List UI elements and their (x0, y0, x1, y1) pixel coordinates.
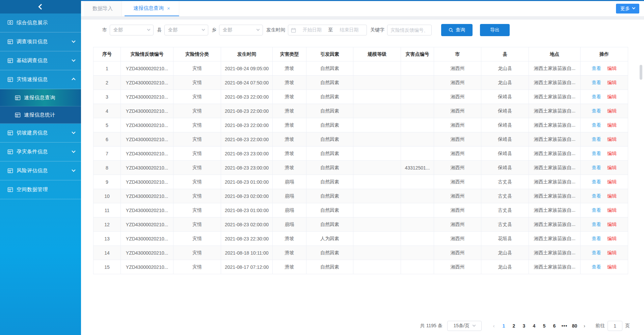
edit-link[interactable]: 编辑 (607, 136, 617, 142)
more-button[interactable]: 更多 (616, 4, 639, 14)
cell-county: 古丈县 (481, 217, 529, 232)
cell-scale (353, 260, 401, 274)
edit-link[interactable]: 编辑 (607, 94, 617, 99)
table-row: 6YZD43000020210...灾情2021-08-23 22:00:00滑… (93, 132, 628, 147)
sidebar-item-survey-project-info[interactable]: 调查项目信息 (0, 32, 81, 51)
page-number-6[interactable]: 6 (549, 323, 559, 329)
cell-actions: 查看编辑 (581, 76, 628, 90)
cell-index: 11 (93, 203, 121, 217)
view-link[interactable]: 查看 (592, 108, 601, 113)
tab-report-info-query[interactable]: 速报信息查询× (125, 1, 179, 16)
edit-link[interactable]: 编辑 (607, 165, 617, 170)
edit-link[interactable]: 编辑 (607, 264, 617, 269)
view-link[interactable]: 查看 (592, 80, 601, 85)
edit-link[interactable]: 编辑 (607, 236, 617, 241)
edit-link[interactable]: 编辑 (607, 108, 617, 113)
cell-city: 湘西州 (434, 260, 481, 274)
edit-link[interactable]: 编辑 (607, 193, 617, 199)
view-link[interactable]: 查看 (592, 94, 601, 99)
tab-data-import[interactable]: 数据导入 (84, 1, 122, 16)
cell-scale (353, 90, 401, 104)
view-link[interactable]: 查看 (592, 207, 601, 213)
edit-link[interactable]: 编辑 (607, 66, 617, 71)
cell-point (401, 246, 434, 260)
view-link[interactable]: 查看 (592, 264, 601, 269)
cell-id: YZD43000020210... (121, 161, 173, 175)
view-link[interactable]: 查看 (592, 193, 601, 199)
sidebar-item-comprehensive-info-display[interactable]: 综合信息展示 (0, 14, 81, 32)
cell-time: 2021-08-23 23:00:00 (221, 147, 273, 161)
city-select[interactable]: 全部 (110, 25, 154, 35)
sidebar-collapse-button[interactable] (0, 0, 81, 14)
page-size-select[interactable]: 15条/页 (447, 321, 482, 331)
end-date-placeholder[interactable]: 结束日期 (334, 27, 364, 33)
sidebar-item-hazard-condition-info[interactable]: 孕灾条件信息 (0, 143, 81, 161)
sidebar-item-slope-housing-info[interactable]: 切坡建房信息 (0, 124, 81, 143)
cell-county: 保靖县 (481, 161, 529, 175)
page-number-80[interactable]: 80 (569, 323, 580, 329)
edit-link[interactable]: 编辑 (607, 122, 617, 128)
cell-actions: 查看编辑 (581, 61, 628, 76)
view-link[interactable]: 查看 (592, 165, 601, 170)
view-link[interactable]: 查看 (592, 122, 601, 128)
sidebar-item-spatial-data-management[interactable]: 空间数据管理 (0, 180, 81, 199)
page-number-4[interactable]: 4 (529, 323, 539, 329)
cell-location: 湘西土家族苗族自... (529, 147, 581, 161)
column-header: 灾害点编号 (401, 47, 434, 61)
view-link[interactable]: 查看 (592, 222, 601, 227)
page-number-3[interactable]: 3 (519, 323, 529, 329)
cell-type: 崩塌 (273, 189, 306, 203)
table-row: 1YZD43000020210...灾情2021-08-24 09:05:00滑… (93, 61, 628, 76)
date-range-picker[interactable]: 开始日期 至 结束日期 (288, 25, 367, 35)
view-link[interactable]: 查看 (592, 236, 601, 241)
cell-actions: 查看编辑 (581, 104, 628, 118)
cell-category: 灾情 (173, 90, 221, 104)
cell-scale (353, 132, 401, 147)
column-header: 灾害类型 (273, 47, 306, 61)
county-select[interactable]: 全部 (164, 25, 208, 35)
edit-link[interactable]: 编辑 (607, 250, 617, 255)
page-number-5[interactable]: 5 (539, 323, 549, 329)
scrollbar-thumb[interactable] (640, 65, 642, 80)
tab-close-icon[interactable]: × (167, 6, 170, 11)
keyword-input[interactable] (387, 25, 432, 35)
next-page-button[interactable]: › (580, 323, 589, 329)
view-link[interactable]: 查看 (592, 179, 601, 184)
cell-time: 2021-08-23 01:00:00 (221, 175, 273, 189)
table-body: 1YZD43000020210...灾情2021-08-24 09:05:00滑… (93, 61, 628, 274)
edit-link[interactable]: 编辑 (607, 151, 617, 156)
sidebar-item-basic-survey-info[interactable]: 基础调查信息 (0, 51, 81, 70)
view-link[interactable]: 查看 (592, 136, 601, 142)
cell-type: 滑坡 (273, 232, 306, 246)
cell-id: YZD43000020210... (121, 76, 173, 90)
export-button[interactable]: 导出 (480, 24, 510, 36)
edit-link[interactable]: 编辑 (607, 80, 617, 85)
cell-type: 滑坡 (273, 161, 306, 175)
cell-cause: 自然因素 (306, 217, 353, 232)
cell-point (401, 232, 434, 246)
sidebar-item-risk-assessment-info[interactable]: 风险评估信息 (0, 161, 81, 180)
sidebar-item-disaster-report-info[interactable]: 灾情速报信息 (0, 70, 81, 89)
town-select[interactable]: 全部 (219, 25, 263, 35)
start-date-placeholder[interactable]: 开始日期 (297, 27, 327, 33)
page-ellipsis: ••• (559, 323, 569, 329)
view-link[interactable]: 查看 (592, 66, 601, 71)
page-number-2[interactable]: 2 (509, 323, 519, 329)
cell-index: 6 (93, 132, 121, 147)
cell-index: 12 (93, 217, 121, 232)
edit-link[interactable]: 编辑 (607, 207, 617, 213)
view-link[interactable]: 查看 (592, 151, 601, 156)
edit-link[interactable]: 编辑 (607, 179, 617, 184)
search-button[interactable]: 查询 (441, 24, 473, 36)
column-header: 灾险情分类 (173, 47, 221, 61)
prev-page-button[interactable]: ‹ (489, 323, 499, 329)
view-link[interactable]: 查看 (592, 250, 601, 255)
goto-page-input[interactable] (608, 321, 622, 331)
edit-link[interactable]: 编辑 (607, 222, 617, 227)
page-number-1[interactable]: 1 (499, 323, 509, 329)
sidebar-item-report-info-query[interactable]: 速报信息查询 (0, 89, 81, 106)
sidebar-item-report-info-stats[interactable]: 速报信息统计 (0, 106, 81, 124)
cell-location: 湘西土家族苗族自... (529, 90, 581, 104)
cell-actions: 查看编辑 (581, 217, 628, 232)
cell-location: 湘西土家族苗族自... (529, 175, 581, 189)
